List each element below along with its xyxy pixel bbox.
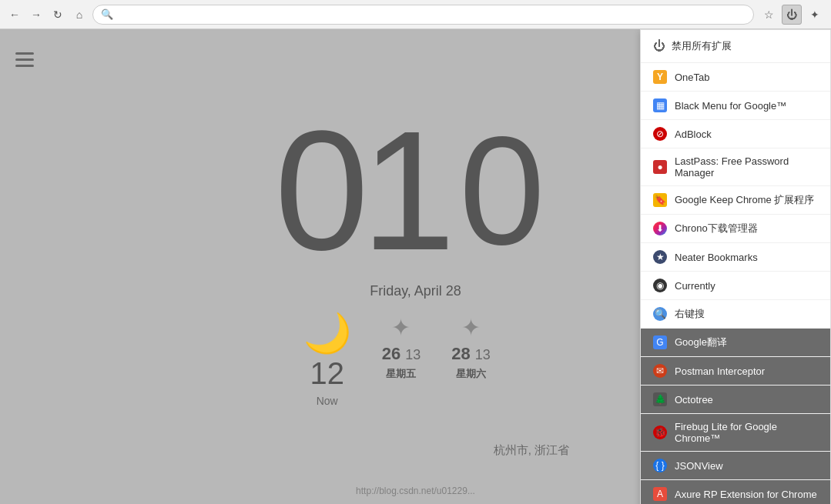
blackmenu-icon: ▦ [653,98,667,112]
ext-item-neater[interactable]: ★Neater Bookmarks [641,243,830,272]
moon-icon: 🌙 [303,314,351,352]
day0-name: 星期五 [386,367,416,381]
ext-item-keep[interactable]: 🔖Google Keep Chrome 扩展程序 [641,186,830,215]
neater-icon: ★ [653,250,667,264]
ext-item-jsonview[interactable]: { }JSONView [641,452,830,480]
forward-button[interactable]: → [28,6,45,23]
weather-section: 🌙 12 Now ✦ 26 13 星期五 ✦ 28 13 星期六 [303,314,491,407]
pin-icon[interactable]: ✦ [805,5,825,25]
ext-item-adblock[interactable]: ⊘AdBlock [641,120,830,149]
disable-all-extensions[interactable]: ⏻ 禁用所有扩展 [641,30,830,63]
back-button[interactable]: ← [6,6,23,23]
browser-toolbar: ← → ↻ ⌂ 🔍 ☆ ⏻ ✦ [0,0,831,29]
ext-item-postman[interactable]: ✉Postman Interceptor [641,357,830,386]
weather-current: 🌙 12 Now [303,314,351,407]
clock-display: 01 0 [275,106,557,275]
extensions-list: YOneTab▦Black Menu for Google™⊘AdBlock●L… [641,63,830,504]
main-content: 01 0 Friday, April 28 🌙 12 Now ✦ 26 13 星… [0,29,831,504]
hamburger-menu[interactable] [15,52,34,67]
extensions-dropdown: ⏻ 禁用所有扩展 YOneTab▦Black Menu for Google™⊘… [640,29,831,504]
postman-label: Postman Interceptor [675,365,765,377]
onetab-label: OneTab [675,72,710,83]
day0-hi: 26 [382,344,400,364]
bookmark-star-icon[interactable]: ☆ [759,5,779,25]
keep-label: Google Keep Chrome 扩展程序 [675,193,814,207]
lastpass-label: LastPass: Free Password Manager [675,155,818,179]
ext-item-lastpass[interactable]: ●LastPass: Free Password Manager [641,149,830,186]
neater-label: Neater Bookmarks [675,252,758,263]
keep-icon: 🔖 [653,193,667,207]
extensions-button[interactable]: ⏻ [782,5,802,25]
current-temp: 12 [310,356,344,391]
axure-label: Axure RP Extension for Chrome [675,489,817,500]
ext-item-onetab[interactable]: YOneTab [641,63,830,92]
firebug-label: Firebug Lite for Google Chrome™ [675,421,818,444]
axure-icon: A [653,487,667,501]
chrono-icon: ⬇ [653,222,667,235]
reload-button[interactable]: ↻ [49,6,66,23]
address-bar[interactable]: 🔍 [92,5,754,25]
chrono-label: Chrono下载管理器 [675,222,758,235]
day0-lo: 13 [405,347,421,363]
firebug-icon: 🐞 [653,426,667,439]
ext-item-firebug[interactable]: 🐞Firebug Lite for Google Chrome™ [641,414,830,452]
jsonview-label: JSONView [675,460,723,472]
lastpass-icon: ● [653,160,667,174]
ext-item-currently[interactable]: ◉Currently [641,272,830,300]
octotree-label: Octotree [675,394,713,406]
gtranslate-label: Google翻译 [675,335,727,349]
sun-icon-1: ✦ [461,314,481,341]
postman-icon: ✉ [653,364,667,378]
url-input[interactable] [113,9,746,20]
day1-hi: 28 [451,344,470,364]
current-label: Now [317,395,338,407]
adblock-icon: ⊘ [653,127,667,141]
onetab-icon: Y [653,70,667,84]
toolbar-icons: ☆ ⏻ ✦ [759,5,825,25]
currently-label: Currently [675,280,715,292]
clock-hours: 01 [275,106,448,275]
adblock-label: AdBlock [675,129,712,140]
blackmenu-label: Black Menu for Google™ [675,100,786,112]
ext-item-octotree[interactable]: 🌲Octotree [641,386,830,414]
ext-item-chrono[interactable]: ⬇Chrono下载管理器 [641,215,830,243]
power-icon: ⏻ [653,39,665,53]
ext-item-gtranslate[interactable]: GGoogle翻译 [641,329,830,357]
location-text: 杭州市, 浙江省 [494,443,569,458]
octotree-icon: 🌲 [653,392,667,406]
day1-lo: 13 [475,347,491,363]
ext-item-axure[interactable]: AAxure RP Extension for Chrome [641,480,830,504]
disable-all-label: 禁用所有扩展 [672,39,732,53]
weather-day-1: ✦ 28 13 星期六 [451,314,491,381]
currently-icon: ◉ [653,279,667,292]
gtranslate-icon: G [653,335,667,349]
ext-item-rightclick[interactable]: 🔍右键搜 [641,300,830,329]
date-display: Friday, April 28 [370,283,461,299]
clock-separator: 0 [459,114,545,268]
rightclick-label: 右键搜 [675,307,705,321]
jsonview-icon: { } [653,459,667,472]
rightclick-icon: 🔍 [653,307,667,321]
home-button[interactable]: ⌂ [71,6,88,23]
watermark: http://blog.csdn.net/u01229... [356,486,475,496]
weather-day-0: ✦ 26 13 星期五 [382,314,421,381]
day1-name: 星期六 [456,367,486,381]
sun-icon-0: ✦ [391,314,410,341]
ext-item-blackmenu[interactable]: ▦Black Menu for Google™ [641,92,830,120]
